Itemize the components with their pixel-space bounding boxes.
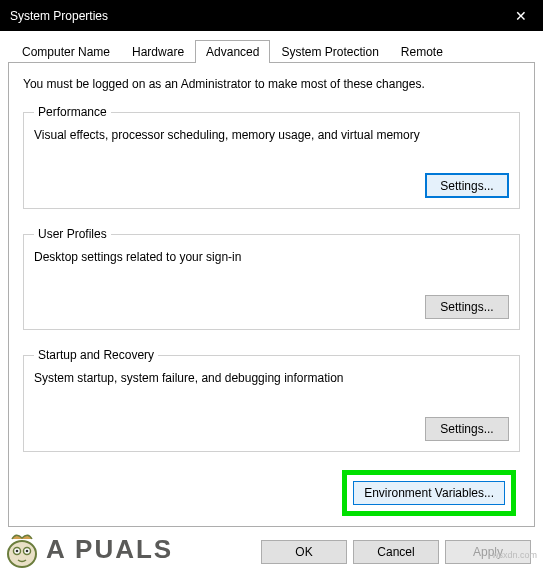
intro-text: You must be logged on as an Administrato… <box>23 77 520 91</box>
group-startup-desc: System startup, system failure, and debu… <box>34 370 509 386</box>
group-performance-btn-row: Settings... <box>34 173 509 198</box>
user-profiles-settings-button[interactable]: Settings... <box>425 295 509 319</box>
tab-advanced[interactable]: Advanced <box>195 40 270 63</box>
svg-point-0 <box>8 541 36 567</box>
group-user-profiles: User Profiles Desktop settings related t… <box>23 227 520 330</box>
group-startup-recovery: Startup and Recovery System startup, sys… <box>23 348 520 451</box>
group-performance-desc: Visual effects, processor scheduling, me… <box>34 127 509 143</box>
group-startup-btn-row: Settings... <box>34 417 509 441</box>
tab-strip: Computer Name Hardware Advanced System P… <box>11 39 535 62</box>
watermark-text: wsxdn.com <box>492 550 537 560</box>
group-user-profiles-desc: Desktop settings related to your sign-in <box>34 249 509 265</box>
environment-variables-highlight: Environment Variables... <box>342 470 516 516</box>
group-user-profiles-legend: User Profiles <box>34 227 111 241</box>
performance-settings-button[interactable]: Settings... <box>425 173 509 198</box>
brand-overlay: A PUALS <box>0 526 200 572</box>
group-user-profiles-btn-row: Settings... <box>34 295 509 319</box>
svg-point-4 <box>26 550 29 553</box>
group-startup-legend: Startup and Recovery <box>34 348 158 362</box>
startup-settings-button[interactable]: Settings... <box>425 417 509 441</box>
tab-system-protection[interactable]: System Protection <box>270 40 389 63</box>
environment-variables-row: Environment Variables... <box>23 470 520 516</box>
close-button[interactable]: ✕ <box>499 0 543 31</box>
svg-point-3 <box>16 550 19 553</box>
tab-panel-advanced: You must be logged on as an Administrato… <box>8 62 535 527</box>
cancel-button[interactable]: Cancel <box>353 540 439 564</box>
group-performance: Performance Visual effects, processor sc… <box>23 105 520 209</box>
brand-mascot-icon <box>0 528 44 570</box>
client-area: Computer Name Hardware Advanced System P… <box>0 31 543 527</box>
tab-remote[interactable]: Remote <box>390 40 454 63</box>
tab-computer-name[interactable]: Computer Name <box>11 40 121 63</box>
titlebar: System Properties ✕ <box>0 0 543 31</box>
tab-hardware[interactable]: Hardware <box>121 40 195 63</box>
svg-point-1 <box>14 548 21 555</box>
group-performance-legend: Performance <box>34 105 111 119</box>
close-icon: ✕ <box>515 8 527 24</box>
svg-point-2 <box>24 548 31 555</box>
environment-variables-button[interactable]: Environment Variables... <box>353 481 505 505</box>
brand-text: A PUALS <box>46 534 173 565</box>
window-title: System Properties <box>10 9 108 23</box>
ok-button[interactable]: OK <box>261 540 347 564</box>
dialog-bottom-bar: OK Cancel Apply <box>261 540 531 564</box>
